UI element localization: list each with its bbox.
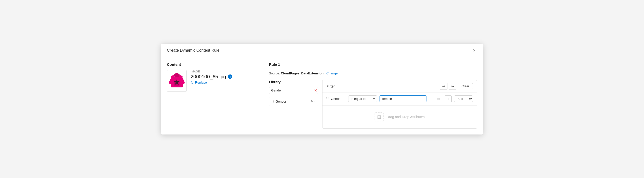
content-filename: 2000100_65.jpg i xyxy=(191,74,232,80)
redo-button[interactable]: ↪ xyxy=(449,83,456,90)
drag-drop-icon: ⊞ xyxy=(374,112,384,121)
library-item-name: Gender xyxy=(276,100,286,103)
library-item-gender[interactable]: Gender Text xyxy=(269,97,318,106)
replace-button[interactable]: ↻ Replace xyxy=(191,81,232,85)
replace-icon: ↻ xyxy=(191,81,194,85)
filter-operator-select[interactable]: is equal to is not equal to contains xyxy=(348,95,377,102)
library-title: Library xyxy=(269,80,318,84)
filter-panel: Filter ↩ ↪ Clear xyxy=(322,80,477,129)
filter-add-button[interactable]: + xyxy=(445,95,452,102)
filter-field-name: Gender xyxy=(331,97,346,101)
change-source-link[interactable]: Change xyxy=(326,71,338,75)
clear-search-icon[interactable]: ✕ xyxy=(314,89,317,92)
clear-filter-button[interactable]: Clear xyxy=(458,83,473,89)
info-icon[interactable]: i xyxy=(228,74,232,79)
content-info: IMAGE 2000100_65.jpg i ↻ Replace xyxy=(191,70,232,85)
filter-row-drag-handle[interactable] xyxy=(326,97,328,100)
library-search-box: ✕ xyxy=(269,87,318,94)
library-item-type: Text xyxy=(311,100,316,103)
content-card: IMAGE 2000100_65.jpg i ↻ Replace xyxy=(167,70,253,92)
content-section: Content xyxy=(167,62,261,129)
drag-drop-label: Drag and Drop Attributes xyxy=(386,115,424,119)
source-row: Source: CloudPages_DataExtension Change xyxy=(269,71,477,75)
filter-actions: ↩ ↪ Clear xyxy=(440,83,473,90)
rule-label: Rule 1 xyxy=(269,62,477,67)
content-type: IMAGE xyxy=(191,70,232,73)
filter-row: Gender is equal to is not equal to conta… xyxy=(322,92,477,106)
rule-body: Library ✕ xyxy=(269,80,477,129)
hoodie-svg xyxy=(168,71,186,91)
redo-icon: ↪ xyxy=(451,84,454,88)
content-section-label: Content xyxy=(167,62,253,67)
filter-title: Filter xyxy=(326,84,335,88)
content-image-thumbnail xyxy=(167,70,187,92)
modal-title: Create Dynamic Content Rule xyxy=(167,48,220,53)
rule-section: Rule 1 Source: CloudPages_DataExtension … xyxy=(261,62,477,129)
modal-header: Create Dynamic Content Rule × xyxy=(161,44,483,56)
filter-delete-button[interactable]: 🗑 xyxy=(435,96,442,102)
library-panel: Library ✕ xyxy=(269,80,318,106)
undo-icon: ↩ xyxy=(442,84,445,88)
trash-icon: 🗑 xyxy=(437,97,441,101)
plus-icon: + xyxy=(447,97,449,101)
modal-body: Content xyxy=(161,56,483,134)
filter-header: Filter ↩ ↪ Clear xyxy=(322,80,477,92)
drag-handle-icon xyxy=(272,100,274,103)
undo-button[interactable]: ↩ xyxy=(440,83,448,90)
filter-value-input[interactable] xyxy=(380,95,426,102)
close-button[interactable]: × xyxy=(472,48,477,53)
source-name: CloudPages_DataExtension xyxy=(281,71,324,75)
create-dynamic-content-rule-modal: Create Dynamic Content Rule × Content xyxy=(161,44,483,134)
filter-and-or-select[interactable]: and or xyxy=(454,95,473,102)
drag-drop-placeholder: ⊞ Drag and Drop Attributes xyxy=(322,106,477,128)
library-search-input[interactable] xyxy=(271,89,312,92)
